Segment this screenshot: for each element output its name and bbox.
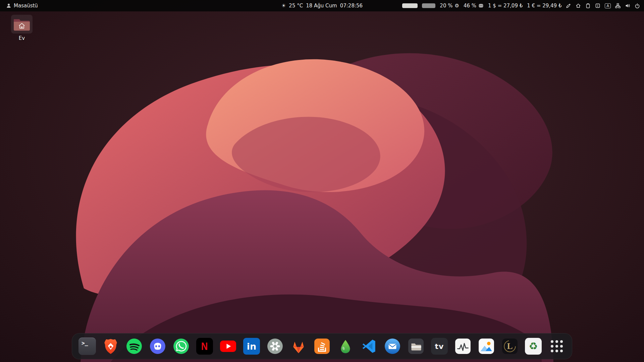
dock-item-gitlab[interactable]	[289, 337, 308, 356]
league-of-legends-icon: L	[501, 338, 518, 355]
dock-item-youtube[interactable]	[218, 337, 238, 356]
cpu-percent: 20 %	[440, 3, 452, 9]
dock-item-discord[interactable]	[148, 337, 167, 356]
system-monitor-icon	[454, 338, 471, 355]
clock-date: 18 Ağu Cum	[306, 3, 337, 9]
desktop-indicator[interactable]: Masaüstü	[4, 0, 40, 11]
youtube-icon	[219, 338, 237, 355]
dock-item-netflix[interactable]: N	[195, 337, 214, 356]
netflix-icon: N	[196, 338, 213, 355]
clock-time: 07:28:56	[340, 3, 363, 9]
spotify-icon	[126, 338, 143, 355]
usage-meter-1[interactable]	[402, 3, 418, 8]
tv-icon: tv	[431, 338, 448, 355]
recycle-bin-icon: ♻	[525, 338, 542, 355]
usd-rate[interactable]: 1 $ = 27,09 ₺	[488, 3, 523, 9]
brave-icon	[102, 338, 119, 355]
top-bar: Masaüstü ☀ 25 °C 18 Ağu Cum 07:28:56 20 …	[0, 0, 644, 11]
gear-icon: ⚙	[454, 3, 459, 8]
desktop-wallpaper	[0, 0, 644, 362]
dock-item-whatsapp[interactable]	[171, 337, 191, 356]
home-folder-label: Ev	[19, 35, 25, 41]
stack-overflow-icon	[314, 338, 330, 355]
weather-temp: 25 °C	[289, 3, 303, 9]
usage-meter-2[interactable]	[422, 3, 435, 8]
dock-item-league[interactable]: L	[500, 337, 520, 356]
weather-sun-icon: ☀	[281, 3, 286, 8]
dock-item-brave[interactable]	[101, 337, 120, 356]
vs-code-icon	[361, 338, 377, 355]
keyboard-layout-indicator[interactable]: A	[605, 3, 611, 8]
dock-item-tv[interactable]: tv	[430, 337, 449, 356]
dock-item-drop[interactable]	[336, 337, 355, 356]
dock-item-trash[interactable]: ♻	[524, 337, 543, 356]
network-tree-icon[interactable]	[615, 3, 621, 8]
clipboard-icon[interactable]	[585, 3, 591, 8]
dock-item-monitor[interactable]	[453, 337, 473, 356]
desktop-person-icon	[6, 3, 11, 8]
photos-icon	[478, 338, 495, 355]
linkedin-icon: in	[243, 338, 260, 355]
app-grid-icon	[551, 340, 563, 352]
color-picker-icon[interactable]	[566, 3, 571, 8]
gitlab-icon	[290, 338, 307, 355]
home-folder-shortcut[interactable]: Ev	[9, 15, 35, 41]
svg-text:L: L	[507, 342, 513, 351]
dock-item-files[interactable]	[406, 337, 426, 356]
dock-item-linkedin[interactable]: in	[242, 337, 261, 356]
volume-icon[interactable]	[625, 3, 630, 8]
desktop-label: Masaüstü	[14, 3, 38, 9]
dock: >_	[72, 333, 572, 359]
memory-chip-icon	[478, 3, 484, 8]
mail-icon	[384, 338, 401, 355]
dock-item-stackoverflow[interactable]	[312, 337, 332, 356]
clock-weather[interactable]: ☀ 25 °C 18 Ağu Cum 07:28:56	[279, 0, 365, 11]
home-folder-icon	[11, 15, 33, 34]
file-manager-icon	[408, 338, 424, 355]
status-area: 20 % ⚙ 46 % 1 $ = 27,09 ₺ 1 € = 29,49 ₺	[402, 0, 640, 11]
dock-item-terminal[interactable]: >_	[77, 337, 97, 356]
water-drop-icon	[337, 338, 354, 355]
info-icon[interactable]	[595, 3, 600, 8]
memory-percent: 46 %	[464, 3, 476, 9]
cpu-indicator[interactable]: 20 % ⚙	[440, 3, 459, 9]
discord-icon	[149, 338, 166, 355]
eur-rate[interactable]: 1 € = 29,49 ₺	[527, 3, 561, 9]
home-icon[interactable]	[576, 3, 581, 8]
dock-item-photos[interactable]	[477, 337, 496, 356]
dock-item-mail[interactable]	[383, 337, 402, 356]
dock-item-vscode[interactable]	[359, 337, 379, 356]
dock-item-chatgpt[interactable]	[265, 337, 285, 356]
terminal-icon: >_	[78, 338, 96, 355]
power-icon[interactable]	[635, 3, 640, 8]
dock-item-spotify[interactable]	[124, 337, 144, 356]
chatgpt-icon	[267, 338, 283, 355]
memory-indicator[interactable]: 46 %	[464, 3, 484, 9]
whatsapp-icon	[173, 338, 190, 355]
dock-item-app-grid[interactable]	[547, 337, 567, 356]
